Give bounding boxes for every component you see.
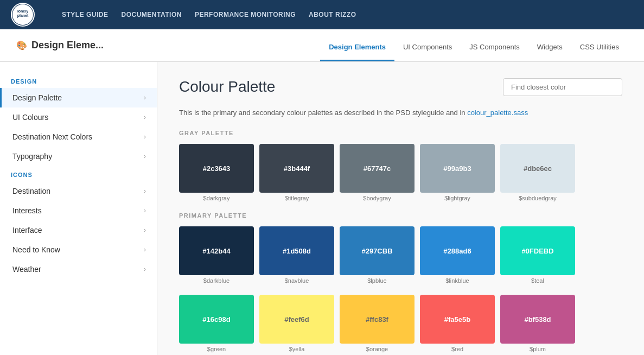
nav-about-rizzo[interactable]: ABOUT RIZZO — [309, 11, 356, 18]
color-card-orange: #ffc83f $orange — [340, 295, 415, 352]
svg-text:planet: planet — [17, 14, 29, 18]
color-card-subduedgray: #dbe6ec $subduedgray — [500, 144, 575, 201]
color-card-lpblue: #297CBB $lpblue — [340, 226, 415, 284]
primary-palette-grid: #142b44 $darkblue #1d508d $navblue #297C… — [179, 226, 622, 284]
tab-ui-components[interactable]: UI Components — [394, 29, 461, 61]
color-card-red: #fa5e5b $red — [420, 295, 495, 352]
chevron-right-icon: › — [144, 226, 146, 234]
sidebar-item-destination[interactable]: Destination › — [0, 181, 157, 201]
sidebar-section-design: DESIGN — [0, 73, 157, 88]
secondary-palette-grid: #16c98d $green #feef6d $yella #ffc83f $o… — [179, 295, 622, 352]
chevron-right-icon: › — [144, 153, 146, 160]
color-card-lightgray: #99a9b3 $lightgray — [420, 144, 495, 201]
color-card-navblue: #1d508d $navblue — [259, 226, 334, 284]
color-label-teal: $teal — [500, 277, 575, 284]
colour-palette-link[interactable]: colour_palette.sass — [467, 109, 528, 117]
color-swatch-orange[interactable]: #ffc83f — [340, 295, 415, 344]
color-card-darkblue: #142b44 $darkblue — [179, 226, 254, 284]
sidebar-item-typography[interactable]: Typography › — [0, 147, 157, 166]
page-title-area: 🎨 Design Eleme... — [16, 40, 104, 51]
design-icon: 🎨 — [16, 40, 27, 50]
sub-header-tabs: Design Elements UI Components JS Compone… — [320, 29, 628, 61]
sidebar-item-design-palette[interactable]: Design Palette › — [0, 88, 157, 107]
tab-widgets[interactable]: Widgets — [528, 29, 571, 61]
color-card-bodygray: #67747c $bodygray — [340, 144, 415, 201]
svg-text:lonely: lonely — [17, 9, 28, 14]
tab-css-utilities[interactable]: CSS Utilities — [571, 29, 628, 61]
sidebar-item-need-to-know[interactable]: Need to Know › — [0, 240, 157, 259]
chevron-right-icon: › — [144, 133, 146, 141]
sidebar-item-label: Interests — [12, 206, 42, 215]
chevron-right-icon: › — [144, 113, 146, 121]
color-label-yella: $yella — [259, 346, 334, 352]
color-swatch-lightgray[interactable]: #99a9b3 — [420, 144, 495, 193]
tab-js-components[interactable]: JS Components — [461, 29, 528, 61]
color-label-bodygray: $bodygray — [340, 195, 415, 201]
nav-style-guide[interactable]: STYLE GUIDE — [62, 11, 109, 18]
color-swatch-green[interactable]: #16c98d — [179, 295, 254, 344]
color-label-subduedgray: $subduedgray — [500, 195, 575, 201]
sidebar-item-interests[interactable]: Interests › — [0, 201, 157, 220]
color-label-lightgray: $lightgray — [420, 195, 495, 201]
color-card-linkblue: #288ad6 $linkblue — [420, 226, 495, 284]
primary-palette-label: PRIMARY PALETTE — [179, 212, 622, 219]
color-label-lpblue: $lpblue — [340, 277, 415, 284]
color-swatch-darkblue[interactable]: #142b44 — [179, 226, 254, 275]
color-card-yella: #feef6d $yella — [259, 295, 334, 352]
chevron-right-icon: › — [144, 187, 146, 195]
color-swatch-yella[interactable]: #feef6d — [259, 295, 334, 344]
color-swatch-teal[interactable]: #0FDEBD — [500, 226, 575, 275]
color-swatch-darkgray[interactable]: #2c3643 — [179, 144, 254, 193]
sidebar-item-label: Typography — [12, 152, 52, 161]
nav-documentation[interactable]: DOCUMENTATION — [122, 11, 182, 18]
color-swatch-subduedgray[interactable]: #dbe6ec — [500, 144, 575, 193]
color-label-red: $red — [420, 346, 495, 352]
color-swatch-red[interactable]: #fa5e5b — [420, 295, 495, 344]
main-layout: DESIGN Design Palette › UI Colours › Des… — [0, 62, 644, 355]
color-card-titlegray: #3b444f $titlegray — [259, 144, 334, 201]
color-card-green: #16c98d $green — [179, 295, 254, 352]
color-card-darkgray: #2c3643 $darkgray — [179, 144, 254, 201]
sidebar-item-label: Interface — [12, 226, 42, 234]
color-label-titlegray: $titlegray — [259, 195, 334, 201]
page-description: This is the primary and secondary colour… — [179, 109, 622, 117]
color-label-orange: $orange — [340, 346, 415, 352]
color-swatch-linkblue[interactable]: #288ad6 — [420, 226, 495, 275]
color-label-linkblue: $linkblue — [420, 277, 495, 284]
sidebar-item-weather[interactable]: Weather › — [0, 259, 157, 279]
color-swatch-titlegray[interactable]: #3b444f — [259, 144, 334, 193]
color-card-plum: #bf538d $plum — [500, 295, 575, 352]
tab-design-elements[interactable]: Design Elements — [320, 29, 394, 61]
sidebar-item-destination-next-colors[interactable]: Destination Next Colors › — [0, 127, 157, 147]
nav-performance-monitoring[interactable]: PERFORMANCE MONITORING — [195, 11, 296, 18]
top-nav-links: STYLE GUIDE DOCUMENTATION PERFORMANCE MO… — [62, 11, 356, 18]
chevron-right-icon: › — [144, 207, 146, 214]
color-swatch-navblue[interactable]: #1d508d — [259, 226, 334, 275]
color-card-teal: #0FDEBD $teal — [500, 226, 575, 284]
chevron-right-icon: › — [144, 265, 146, 273]
sidebar-item-label: Design Palette — [12, 93, 62, 102]
chevron-right-icon: › — [144, 94, 146, 102]
logo-circle: lonely planet — [11, 3, 35, 27]
sidebar-item-label: Need to Know — [12, 245, 60, 254]
find-closest-color-input[interactable] — [503, 78, 622, 96]
sidebar-item-label: Weather — [12, 265, 41, 274]
sidebar-item-label: UI Colours — [12, 113, 48, 122]
page-title-text: Design Eleme... — [31, 40, 104, 51]
sidebar-item-label: Destination — [12, 187, 50, 195]
sidebar-item-interface[interactable]: Interface › — [0, 220, 157, 240]
color-swatch-plum[interactable]: #bf538d — [500, 295, 575, 344]
color-swatch-lpblue[interactable]: #297CBB — [340, 226, 415, 275]
colour-palette-title: Colour Palette — [179, 78, 275, 96]
gray-palette-grid: #2c3643 $darkgray #3b444f $titlegray #67… — [179, 144, 622, 201]
content-area: Colour Palette This is the primary and s… — [157, 62, 644, 355]
color-swatch-bodygray[interactable]: #67747c — [340, 144, 415, 193]
sidebar-section-icons: ICONS — [0, 166, 157, 181]
sidebar: DESIGN Design Palette › UI Colours › Des… — [0, 62, 157, 355]
sidebar-item-ui-colours[interactable]: UI Colours › — [0, 107, 157, 127]
color-label-darkgray: $darkgray — [179, 195, 254, 201]
logo[interactable]: lonely planet — [11, 3, 35, 27]
sub-header: 🎨 Design Eleme... Design Elements UI Com… — [0, 29, 644, 62]
chevron-right-icon: › — [144, 246, 146, 253]
sidebar-item-label: Destination Next Colors — [12, 132, 92, 141]
